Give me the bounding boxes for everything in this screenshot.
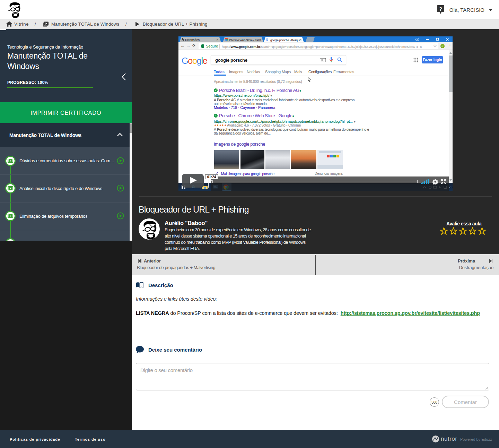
svg-text:?: ? [439, 6, 442, 12]
